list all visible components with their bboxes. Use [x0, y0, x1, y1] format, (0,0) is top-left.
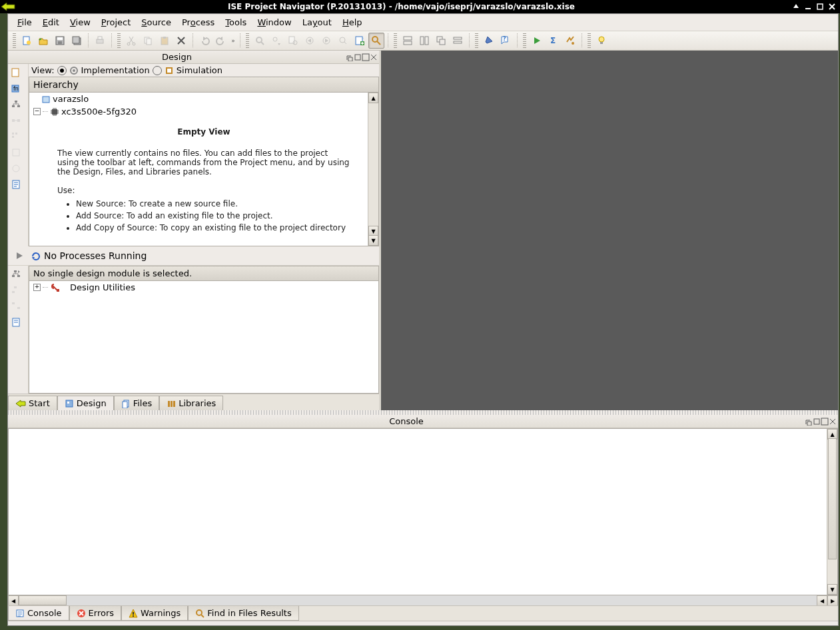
toolbar-overflow[interactable]: »	[230, 37, 236, 44]
radio-simulation[interactable]	[153, 66, 162, 75]
run-button[interactable]	[529, 33, 545, 49]
tile-horiz-button[interactable]	[400, 33, 416, 49]
du-expander-icon[interactable]: +	[33, 284, 41, 291]
console-scroll-down[interactable]: ▼	[827, 584, 837, 595]
console-hscroll-thumb[interactable]	[19, 595, 67, 605]
redo-button[interactable]	[213, 33, 229, 49]
menu-source[interactable]: Source	[136, 15, 177, 29]
open-button[interactable]	[35, 33, 51, 49]
impact-button[interactable]	[562, 33, 578, 49]
panel-max-icon[interactable]	[362, 53, 370, 61]
new-source-button[interactable]	[352, 33, 368, 49]
vtool-report[interactable]	[9, 178, 23, 191]
whatsthis-button[interactable]: ?	[498, 33, 514, 49]
panel-restore-icon[interactable]	[346, 53, 354, 61]
save-all-button[interactable]	[69, 33, 85, 49]
run-process-icon[interactable]	[12, 249, 27, 262]
rerun-button[interactable]: Σ	[546, 33, 562, 49]
tab-files[interactable]: Files	[114, 396, 160, 410]
design-utilities-node[interactable]: + Design Utilities	[29, 281, 378, 294]
tab-errors[interactable]: Errors	[69, 606, 121, 621]
menu-view[interactable]: View	[65, 15, 96, 29]
console-max-icon[interactable]	[821, 418, 829, 426]
menu-window[interactable]: Window	[252, 15, 296, 29]
scroll-down2-icon[interactable]: ▼	[368, 235, 378, 246]
tile-vert-button[interactable]	[416, 33, 432, 49]
console-hscroll-left[interactable]: ◀	[8, 595, 19, 606]
toolbar-grip[interactable]	[13, 33, 16, 48]
new-button[interactable]	[19, 33, 35, 49]
tips-button[interactable]	[594, 33, 610, 49]
proc-vtool-1[interactable]	[9, 268, 23, 281]
wm-close-button[interactable]	[828, 3, 836, 11]
console-output[interactable]: ▲ ▼	[8, 428, 838, 595]
expander-icon[interactable]: −	[33, 108, 41, 115]
delete-button[interactable]	[173, 33, 189, 49]
toolbar-grip-2[interactable]	[117, 33, 121, 48]
toolbar-grip-6[interactable]	[523, 33, 526, 48]
copy-button[interactable]	[140, 33, 156, 49]
console-restore-icon[interactable]	[805, 418, 813, 426]
vtool-levels[interactable]	[9, 130, 23, 143]
proc-vtool-3[interactable]	[9, 300, 23, 313]
find-files-button[interactable]	[285, 33, 301, 49]
tab-libraries[interactable]: Libraries	[159, 396, 223, 410]
radio-implementation[interactable]	[57, 66, 67, 75]
toolbar-grip-3[interactable]	[246, 33, 249, 48]
device-node[interactable]: − xc3s500e-5fg320	[29, 105, 378, 118]
tree-scrollbar[interactable]: ▲ ▼ ▼	[368, 93, 378, 246]
nav-fwd-button[interactable]	[318, 33, 334, 49]
vtool-hierarchy[interactable]	[9, 98, 23, 111]
vtool-instance[interactable]	[9, 114, 23, 127]
goto-button[interactable]	[335, 33, 351, 49]
panel-float-icon[interactable]	[354, 53, 362, 61]
process-tree[interactable]: + Design Utilities	[29, 281, 379, 394]
menu-layout[interactable]: Layout	[297, 15, 337, 29]
wm-minimize-button[interactable]	[804, 3, 812, 11]
editor-area[interactable]	[381, 51, 838, 410]
refresh-icon[interactable]	[31, 251, 40, 260]
wm-shade-button[interactable]	[792, 3, 800, 11]
tab-design[interactable]: Design	[57, 396, 114, 411]
console-hscroll-right[interactable]: ◀	[817, 595, 827, 606]
scroll-up-icon[interactable]: ▲	[368, 93, 378, 103]
console-close-icon[interactable]	[829, 418, 837, 426]
proc-vtool-4[interactable]	[9, 316, 23, 329]
toolbar-grip-5[interactable]	[475, 33, 478, 48]
paste-button[interactable]	[157, 33, 173, 49]
window-list-button[interactable]	[450, 33, 466, 49]
vtool-add-source[interactable]: fn	[9, 82, 23, 95]
console-hscroll[interactable]: ◀ ◀ ▶	[8, 595, 838, 605]
nav-back-button[interactable]	[302, 33, 318, 49]
project-node[interactable]: varazslo	[29, 93, 378, 105]
toolbar-grip-4[interactable]	[394, 33, 397, 48]
tab-start[interactable]: Start	[8, 396, 57, 410]
console-float-icon[interactable]	[813, 418, 821, 426]
tab-console[interactable]: Console	[8, 606, 69, 621]
menu-project[interactable]: Project	[96, 15, 137, 29]
menu-help[interactable]: Help	[337, 15, 368, 29]
menu-file[interactable]: File	[12, 15, 37, 29]
undo-button[interactable]	[197, 33, 212, 49]
find-next-button[interactable]	[268, 33, 284, 49]
settings-button[interactable]	[481, 33, 497, 49]
design-summary-button[interactable]	[368, 33, 384, 49]
menu-process[interactable]: Process	[177, 15, 220, 29]
save-button[interactable]	[52, 33, 68, 49]
vtool-collapse[interactable]	[9, 162, 23, 175]
vtool-new-source[interactable]	[9, 66, 23, 79]
cut-button[interactable]	[123, 33, 139, 49]
vtool-expand[interactable]	[9, 146, 23, 159]
horizontal-splitter[interactable]	[8, 410, 838, 415]
cascade-button[interactable]	[433, 33, 449, 49]
console-vscroll[interactable]: ▲ ▼	[827, 429, 837, 595]
menu-tools[interactable]: Tools	[220, 15, 252, 29]
wm-maximize-button[interactable]	[816, 3, 824, 11]
menu-edit[interactable]: Edit	[37, 15, 65, 29]
console-scroll-thumb[interactable]	[828, 438, 837, 559]
proc-vtool-2[interactable]	[9, 284, 23, 297]
tab-warnings[interactable]: Warnings	[121, 606, 188, 621]
tab-find-results[interactable]: Find in Files Results	[188, 606, 298, 621]
hierarchy-tree[interactable]: varazslo − xc3s500e-5fg320 Empty View	[29, 93, 379, 246]
print-button[interactable]	[92, 33, 108, 49]
